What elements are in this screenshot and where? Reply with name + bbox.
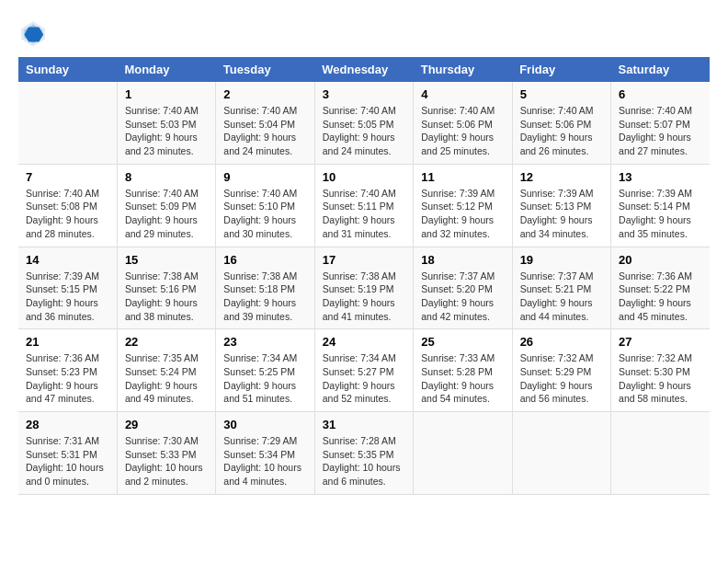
day-header-sunday: Sunday bbox=[18, 57, 117, 82]
day-info: Sunrise: 7:39 AMSunset: 5:12 PMDaylight:… bbox=[421, 187, 504, 241]
day-info: Sunrise: 7:30 AMSunset: 5:33 PMDaylight:… bbox=[125, 434, 208, 488]
day-header-saturday: Saturday bbox=[611, 57, 710, 82]
logo bbox=[18, 18, 53, 48]
day-number: 21 bbox=[26, 335, 109, 349]
calendar-cell: 1Sunrise: 7:40 AMSunset: 5:03 PMDaylight… bbox=[117, 82, 215, 164]
day-number: 17 bbox=[323, 253, 405, 267]
week-row-5: 28Sunrise: 7:31 AMSunset: 5:31 PMDayligh… bbox=[18, 412, 710, 495]
calendar-cell bbox=[414, 412, 512, 495]
day-info: Sunrise: 7:39 AMSunset: 5:14 PMDaylight:… bbox=[619, 187, 702, 241]
day-number: 11 bbox=[421, 170, 504, 184]
day-number: 10 bbox=[323, 170, 405, 184]
day-info: Sunrise: 7:38 AMSunset: 5:19 PMDaylight:… bbox=[323, 270, 405, 324]
day-info: Sunrise: 7:40 AMSunset: 5:05 PMDaylight:… bbox=[323, 104, 405, 158]
day-number: 27 bbox=[619, 335, 702, 349]
calendar-cell: 4Sunrise: 7:40 AMSunset: 5:06 PMDaylight… bbox=[414, 82, 512, 164]
day-info: Sunrise: 7:32 AMSunset: 5:29 PMDaylight:… bbox=[520, 351, 603, 406]
day-info: Sunrise: 7:40 AMSunset: 5:06 PMDaylight:… bbox=[421, 104, 504, 158]
calendar-cell: 25Sunrise: 7:33 AMSunset: 5:28 PMDayligh… bbox=[414, 329, 512, 412]
day-info: Sunrise: 7:36 AMSunset: 5:23 PMDaylight:… bbox=[26, 351, 109, 406]
calendar-cell: 8Sunrise: 7:40 AMSunset: 5:09 PMDaylight… bbox=[117, 164, 215, 247]
calendar-cell: 5Sunrise: 7:40 AMSunset: 5:06 PMDaylight… bbox=[512, 82, 610, 164]
calendar-cell: 27Sunrise: 7:32 AMSunset: 5:30 PMDayligh… bbox=[611, 329, 710, 412]
day-number: 24 bbox=[323, 335, 405, 349]
calendar-table: SundayMondayTuesdayWednesdayThursdayFrid… bbox=[18, 57, 710, 495]
day-number: 8 bbox=[125, 170, 208, 184]
day-info: Sunrise: 7:40 AMSunset: 5:04 PMDaylight:… bbox=[223, 104, 306, 158]
calendar-cell bbox=[18, 82, 117, 164]
day-info: Sunrise: 7:40 AMSunset: 5:09 PMDaylight:… bbox=[125, 187, 208, 241]
calendar-cell: 18Sunrise: 7:37 AMSunset: 5:20 PMDayligh… bbox=[414, 247, 512, 329]
calendar-cell: 15Sunrise: 7:38 AMSunset: 5:16 PMDayligh… bbox=[117, 247, 215, 329]
day-header-thursday: Thursday bbox=[414, 57, 512, 82]
calendar-cell bbox=[512, 412, 610, 495]
calendar-cell: 23Sunrise: 7:34 AMSunset: 5:25 PMDayligh… bbox=[216, 329, 314, 412]
week-row-4: 21Sunrise: 7:36 AMSunset: 5:23 PMDayligh… bbox=[18, 329, 710, 412]
day-number: 1 bbox=[125, 87, 208, 101]
day-info: Sunrise: 7:38 AMSunset: 5:16 PMDaylight:… bbox=[125, 270, 208, 324]
calendar-cell: 19Sunrise: 7:37 AMSunset: 5:21 PMDayligh… bbox=[512, 247, 610, 329]
day-info: Sunrise: 7:33 AMSunset: 5:28 PMDaylight:… bbox=[421, 351, 504, 406]
day-info: Sunrise: 7:38 AMSunset: 5:18 PMDaylight:… bbox=[223, 270, 306, 324]
calendar-cell: 11Sunrise: 7:39 AMSunset: 5:12 PMDayligh… bbox=[414, 164, 512, 247]
day-number: 16 bbox=[223, 253, 306, 267]
day-number: 28 bbox=[26, 418, 109, 431]
day-number: 19 bbox=[520, 253, 603, 267]
day-number: 13 bbox=[619, 170, 702, 184]
day-number: 26 bbox=[520, 335, 603, 349]
day-number: 29 bbox=[125, 418, 208, 431]
day-info: Sunrise: 7:37 AMSunset: 5:21 PMDaylight:… bbox=[520, 270, 603, 324]
day-info: Sunrise: 7:31 AMSunset: 5:31 PMDaylight:… bbox=[26, 434, 109, 488]
calendar-cell: 21Sunrise: 7:36 AMSunset: 5:23 PMDayligh… bbox=[18, 329, 117, 412]
calendar-cell: 7Sunrise: 7:40 AMSunset: 5:08 PMDaylight… bbox=[18, 164, 117, 247]
day-info: Sunrise: 7:34 AMSunset: 5:25 PMDaylight:… bbox=[223, 351, 306, 406]
day-number: 5 bbox=[520, 87, 603, 101]
day-number: 12 bbox=[520, 170, 603, 184]
day-number: 20 bbox=[619, 253, 702, 267]
day-info: Sunrise: 7:37 AMSunset: 5:20 PMDaylight:… bbox=[421, 270, 504, 324]
calendar-cell: 22Sunrise: 7:35 AMSunset: 5:24 PMDayligh… bbox=[117, 329, 215, 412]
calendar-cell: 31Sunrise: 7:28 AMSunset: 5:35 PMDayligh… bbox=[314, 412, 413, 495]
day-number: 6 bbox=[619, 87, 702, 101]
calendar-cell: 14Sunrise: 7:39 AMSunset: 5:15 PMDayligh… bbox=[18, 247, 117, 329]
calendar-cell: 6Sunrise: 7:40 AMSunset: 5:07 PMDaylight… bbox=[611, 82, 710, 164]
day-info: Sunrise: 7:35 AMSunset: 5:24 PMDaylight:… bbox=[125, 351, 208, 406]
calendar-cell: 9Sunrise: 7:40 AMSunset: 5:10 PMDaylight… bbox=[216, 164, 314, 247]
page-header bbox=[18, 18, 710, 48]
day-number: 31 bbox=[323, 418, 405, 431]
day-info: Sunrise: 7:40 AMSunset: 5:06 PMDaylight:… bbox=[520, 104, 603, 158]
day-number: 4 bbox=[421, 87, 504, 101]
day-number: 2 bbox=[223, 87, 306, 101]
calendar-cell: 3Sunrise: 7:40 AMSunset: 5:05 PMDaylight… bbox=[314, 82, 413, 164]
calendar-cell: 16Sunrise: 7:38 AMSunset: 5:18 PMDayligh… bbox=[216, 247, 314, 329]
day-info: Sunrise: 7:32 AMSunset: 5:30 PMDaylight:… bbox=[619, 351, 702, 406]
day-header-wednesday: Wednesday bbox=[314, 57, 413, 82]
day-info: Sunrise: 7:28 AMSunset: 5:35 PMDaylight:… bbox=[323, 434, 405, 488]
day-info: Sunrise: 7:39 AMSunset: 5:15 PMDaylight:… bbox=[26, 270, 109, 324]
logo-icon bbox=[18, 18, 48, 48]
calendar-cell: 28Sunrise: 7:31 AMSunset: 5:31 PMDayligh… bbox=[18, 412, 117, 495]
day-number: 25 bbox=[421, 335, 504, 349]
day-number: 7 bbox=[26, 170, 109, 184]
calendar-cell: 24Sunrise: 7:34 AMSunset: 5:27 PMDayligh… bbox=[314, 329, 413, 412]
day-number: 15 bbox=[125, 253, 208, 267]
day-number: 23 bbox=[223, 335, 306, 349]
day-info: Sunrise: 7:34 AMSunset: 5:27 PMDaylight:… bbox=[323, 351, 405, 406]
day-header-tuesday: Tuesday bbox=[216, 57, 314, 82]
week-row-1: 1Sunrise: 7:40 AMSunset: 5:03 PMDaylight… bbox=[18, 82, 710, 164]
calendar-cell: 30Sunrise: 7:29 AMSunset: 5:34 PMDayligh… bbox=[216, 412, 314, 495]
day-info: Sunrise: 7:40 AMSunset: 5:08 PMDaylight:… bbox=[26, 187, 109, 241]
day-info: Sunrise: 7:36 AMSunset: 5:22 PMDaylight:… bbox=[619, 270, 702, 324]
calendar-cell: 12Sunrise: 7:39 AMSunset: 5:13 PMDayligh… bbox=[512, 164, 610, 247]
day-info: Sunrise: 7:40 AMSunset: 5:07 PMDaylight:… bbox=[619, 104, 702, 158]
day-number: 18 bbox=[421, 253, 504, 267]
calendar-cell: 13Sunrise: 7:39 AMSunset: 5:14 PMDayligh… bbox=[611, 164, 710, 247]
calendar-cell: 10Sunrise: 7:40 AMSunset: 5:11 PMDayligh… bbox=[314, 164, 413, 247]
week-row-3: 14Sunrise: 7:39 AMSunset: 5:15 PMDayligh… bbox=[18, 247, 710, 329]
day-info: Sunrise: 7:29 AMSunset: 5:34 PMDaylight:… bbox=[223, 434, 306, 488]
calendar-cell: 29Sunrise: 7:30 AMSunset: 5:33 PMDayligh… bbox=[117, 412, 215, 495]
calendar-cell: 20Sunrise: 7:36 AMSunset: 5:22 PMDayligh… bbox=[611, 247, 710, 329]
day-info: Sunrise: 7:40 AMSunset: 5:03 PMDaylight:… bbox=[125, 104, 208, 158]
week-row-2: 7Sunrise: 7:40 AMSunset: 5:08 PMDaylight… bbox=[18, 164, 710, 247]
day-number: 30 bbox=[223, 418, 306, 431]
